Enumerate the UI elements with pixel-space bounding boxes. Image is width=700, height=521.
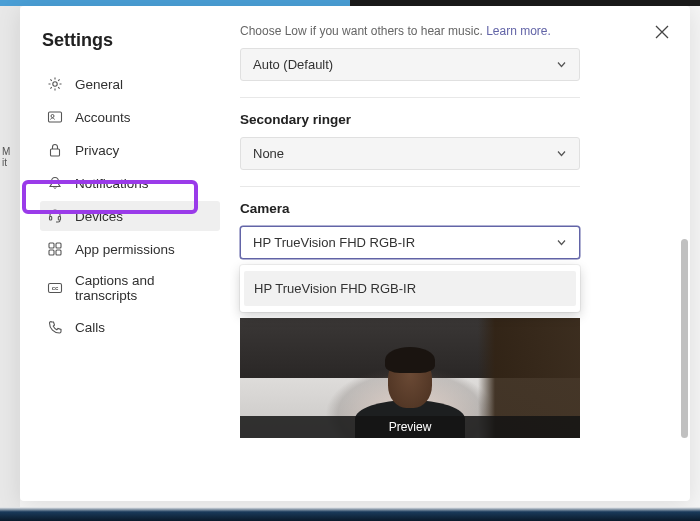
sidebar-item-notifications[interactable]: Notifications bbox=[40, 168, 220, 198]
svg-rect-6 bbox=[49, 243, 54, 248]
sidebar-item-label: App permissions bbox=[75, 242, 175, 257]
preview-label: Preview bbox=[240, 416, 580, 438]
hint-text: Choose Low if you want others to hear mu… bbox=[240, 24, 662, 38]
camera-select[interactable]: HP TrueVision FHD RGB-IR bbox=[240, 226, 580, 259]
secondary-ringer-select[interactable]: None bbox=[240, 137, 580, 170]
svg-rect-8 bbox=[49, 250, 54, 255]
chevron-down-icon bbox=[556, 59, 567, 70]
divider bbox=[240, 186, 580, 187]
headset-icon bbox=[46, 207, 64, 225]
learn-more-link[interactable]: Learn more. bbox=[486, 24, 551, 38]
grid-icon bbox=[46, 240, 64, 258]
sidebar-item-label: Calls bbox=[75, 320, 105, 335]
sidebar-item-app-permissions[interactable]: App permissions bbox=[40, 234, 220, 264]
sidebar-item-label: Notifications bbox=[75, 176, 149, 191]
select-value: HP TrueVision FHD RGB-IR bbox=[253, 235, 415, 250]
svg-rect-3 bbox=[51, 149, 60, 156]
settings-dialog: Settings General Accounts Privacy Notifi… bbox=[20, 6, 690, 501]
sidebar-item-label: Devices bbox=[75, 209, 123, 224]
sidebar-item-label: Privacy bbox=[75, 143, 119, 158]
chevron-down-icon bbox=[556, 237, 567, 248]
close-icon bbox=[655, 25, 669, 39]
secondary-ringer-label: Secondary ringer bbox=[240, 112, 662, 127]
select-value: Auto (Default) bbox=[253, 57, 333, 72]
sidebar-item-accounts[interactable]: Accounts bbox=[40, 102, 220, 132]
lock-icon bbox=[46, 141, 64, 159]
content-panel: Choose Low if you want others to hear mu… bbox=[230, 6, 690, 501]
close-button[interactable] bbox=[648, 18, 676, 46]
hint-text-label: Choose Low if you want others to hear mu… bbox=[240, 24, 483, 38]
sidebar-item-devices[interactable]: Devices bbox=[40, 201, 220, 231]
gear-icon bbox=[46, 75, 64, 93]
svg-rect-5 bbox=[58, 217, 60, 221]
camera-preview: Preview bbox=[240, 318, 580, 438]
sidebar-item-calls[interactable]: Calls bbox=[40, 312, 220, 342]
svg-text:cc: cc bbox=[52, 285, 59, 291]
divider bbox=[240, 97, 580, 98]
preview-hair bbox=[385, 347, 435, 373]
sidebar-item-label: General bbox=[75, 77, 123, 92]
scrollbar[interactable] bbox=[681, 56, 688, 471]
sidebar-item-label: Captions and transcripts bbox=[75, 273, 212, 303]
bell-icon bbox=[46, 174, 64, 192]
camera-label: Camera bbox=[240, 201, 662, 216]
svg-rect-1 bbox=[49, 112, 62, 122]
sidebar-item-captions[interactable]: cc Captions and transcripts bbox=[40, 267, 220, 309]
cc-icon: cc bbox=[46, 279, 64, 297]
chevron-down-icon bbox=[556, 148, 567, 159]
select-value: None bbox=[253, 146, 284, 161]
background-panel: Mit bbox=[0, 6, 20, 511]
phone-icon bbox=[46, 318, 64, 336]
svg-rect-4 bbox=[50, 217, 52, 221]
sidebar: Settings General Accounts Privacy Notifi… bbox=[20, 6, 230, 501]
camera-option[interactable]: HP TrueVision FHD RGB-IR bbox=[244, 271, 576, 306]
svg-rect-9 bbox=[56, 250, 61, 255]
sidebar-item-general[interactable]: General bbox=[40, 69, 220, 99]
page-title: Settings bbox=[40, 30, 220, 51]
person-card-icon bbox=[46, 108, 64, 126]
sidebar-item-privacy[interactable]: Privacy bbox=[40, 135, 220, 165]
svg-point-0 bbox=[53, 82, 57, 86]
camera-dropdown: HP TrueVision FHD RGB-IR bbox=[240, 265, 580, 312]
window-bottom-edge bbox=[0, 507, 700, 521]
scrollbar-thumb[interactable] bbox=[681, 239, 688, 438]
svg-rect-7 bbox=[56, 243, 61, 248]
noise-suppression-select[interactable]: Auto (Default) bbox=[240, 48, 580, 81]
sidebar-item-label: Accounts bbox=[75, 110, 131, 125]
svg-point-2 bbox=[51, 115, 54, 118]
